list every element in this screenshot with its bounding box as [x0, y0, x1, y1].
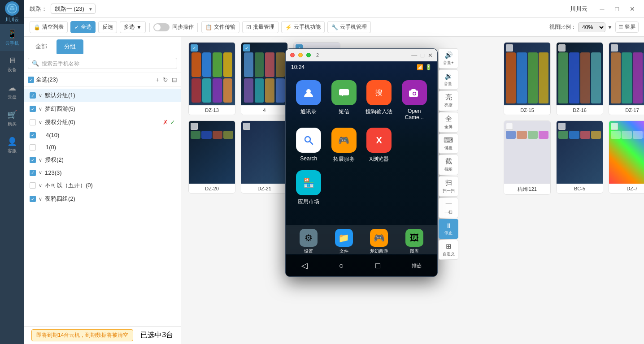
refresh-button[interactable]: ↻: [163, 76, 168, 83]
sidebar-item-buy[interactable]: 🛒 购买: [0, 105, 24, 132]
phone-checkbox[interactable]: [243, 123, 250, 130]
app-market[interactable]: 🏪 应用市场: [295, 170, 323, 206]
group-checkbox[interactable]: ✓: [30, 170, 36, 176]
app-contacts[interactable]: 通讯录: [295, 80, 323, 120]
group-checkbox[interactable]: ✓: [30, 106, 36, 112]
list-item[interactable]: ✓ ∨ 授权(2): [24, 153, 181, 167]
window-maximize[interactable]: □: [612, 5, 622, 13]
sidebar-item-cloud-disk[interactable]: ☁ 云盘: [0, 78, 24, 105]
invert-button[interactable]: 反选: [98, 21, 117, 33]
app-sogou[interactable]: 搜 搜狗输入法: [365, 80, 393, 120]
nav-extra-button[interactable]: 排迹: [403, 260, 431, 272]
search-input[interactable]: [42, 60, 173, 67]
nav-home-button[interactable]: ○: [330, 258, 353, 273]
window-expand-icon[interactable]: □: [421, 52, 424, 59]
list-item[interactable]: ✓ ∨ 123(3): [24, 167, 181, 179]
group-checkbox[interactable]: ✓: [30, 157, 36, 163]
app-search[interactable]: Search: [295, 128, 323, 163]
dock-gallery[interactable]: 🖼 图库: [399, 229, 431, 254]
phone-card-4[interactable]: ✓: [241, 42, 288, 115]
batch-icon: ☑: [246, 24, 251, 30]
nav-recents-button[interactable]: □: [366, 258, 389, 273]
add-group-button[interactable]: +: [156, 76, 159, 83]
phone-checkbox[interactable]: [611, 123, 618, 130]
phone-card-dz15[interactable]: DZ-15: [504, 42, 551, 115]
ratio-select[interactable]: 40% 60% 80% 100%: [578, 22, 605, 32]
select-all-checkbox[interactable]: ✓: [28, 77, 34, 83]
dock-files[interactable]: 📁 文件: [328, 229, 360, 254]
list-item[interactable]: ✓ ∨ 夜鸦四组(2): [24, 192, 181, 206]
window-minimize[interactable]: ─: [596, 5, 608, 13]
group-checkbox[interactable]: [30, 119, 36, 125]
dock-settings[interactable]: ⚙ 设置: [293, 229, 325, 254]
window-restore-icon[interactable]: —: [411, 52, 417, 59]
phone-card-dz17[interactable]: DZ-17: [609, 42, 644, 115]
big-phone-modal[interactable]: 2 — □ ✕ 10:24 📶: [285, 48, 438, 277]
batch-manage-button[interactable]: ☑ 批量管理: [242, 21, 278, 33]
group-checkbox[interactable]: ✓: [30, 196, 36, 202]
search-input-wrap: 🔍: [28, 58, 177, 69]
split-screen-button[interactable]: ☰ 竖屏: [615, 22, 639, 33]
select-all-button[interactable]: ✓ 全选: [70, 21, 96, 33]
phone-checkbox[interactable]: ✓: [191, 44, 198, 52]
sidebar-item-support[interactable]: 👤 客服: [0, 132, 24, 159]
nav-back-button[interactable]: ◁: [292, 258, 317, 273]
list-item[interactable]: ✓ ∨ 梦幻西游(5): [24, 102, 181, 116]
window-close-x-icon[interactable]: ✕: [428, 52, 433, 59]
group-checkbox[interactable]: [30, 144, 36, 150]
confirm-icon[interactable]: ✓: [170, 119, 175, 126]
gallery-icon: 🖼: [405, 229, 423, 247]
status-bar: 10:24 📶 🔋: [286, 61, 437, 73]
app-browser[interactable]: X X浏览器: [365, 128, 393, 163]
list-item[interactable]: ∨ 不可以（五开）(0): [24, 179, 181, 192]
file-transfer-button[interactable]: 📋 文件传输: [201, 21, 239, 33]
cloud-phone-func-button[interactable]: ⚡ 云手机功能: [281, 21, 325, 33]
line-selector[interactable]: 线路一 (23) ▼: [51, 4, 96, 14]
phone-checkbox[interactable]: [558, 123, 566, 130]
window-max-btn[interactable]: [306, 53, 311, 57]
phone-card-hz[interactable]: 杭州i121: [504, 120, 551, 195]
group-checkbox[interactable]: ✓: [30, 92, 36, 99]
window-close-btn[interactable]: [290, 53, 295, 57]
collapse-button[interactable]: ⊟: [172, 76, 177, 83]
window-min-btn[interactable]: [298, 53, 303, 57]
phone-screen: [504, 121, 550, 184]
sidebar-item-cloud-phone[interactable]: 📱 云手机: [0, 24, 24, 51]
sync-toggle-switch[interactable]: [153, 23, 170, 31]
group-checkbox[interactable]: ✓: [30, 132, 36, 138]
phone-card-dz21[interactable]: DZ-21: [241, 120, 288, 194]
app-extension[interactable]: 🎮 拓展服务: [330, 128, 358, 163]
tab-all[interactable]: 全部: [28, 39, 55, 54]
phone-card-dz7[interactable]: DZ-7: [609, 120, 644, 194]
phone-checkbox[interactable]: [611, 44, 618, 52]
app-camera[interactable]: Open Came...: [400, 80, 429, 120]
clear-list-button[interactable]: 🔒 清空列表: [30, 21, 68, 33]
phone-checkbox[interactable]: [506, 123, 513, 130]
phone-screen: [557, 43, 603, 105]
phone-checkbox[interactable]: [558, 44, 566, 52]
group-name: 4(10): [46, 132, 175, 138]
list-item[interactable]: ✓ ∨ 默认分组(1): [24, 89, 181, 102]
phone-checkbox[interactable]: ✓: [243, 44, 250, 52]
phone-checkbox[interactable]: [191, 123, 198, 130]
phone-card-dz13[interactable]: ✓: [188, 42, 235, 115]
app-sms[interactable]: 短信: [330, 80, 358, 120]
phone-card-dz20[interactable]: DZ-20: [188, 120, 235, 194]
select-all-group[interactable]: ✓ 全选(23): [28, 76, 153, 84]
list-item[interactable]: ✓ 4(10): [24, 129, 181, 141]
cloud-phone-manage-button[interactable]: 🔧 云手机管理: [327, 21, 371, 33]
phone-card-dz16[interactable]: DZ-16: [556, 42, 603, 115]
tab-group[interactable]: 分组: [57, 39, 83, 54]
group-checkbox[interactable]: [30, 182, 36, 189]
window-close[interactable]: ✕: [626, 5, 639, 13]
reject-icon[interactable]: ✗: [163, 119, 168, 126]
list-item[interactable]: ∨ 授权分组(0) ✗ ✓: [24, 116, 181, 129]
app-logo: 川川云: [0, 0, 24, 24]
line-select[interactable]: 线路一 (23): [51, 4, 96, 14]
phone-checkbox[interactable]: [506, 44, 513, 52]
sidebar-item-device[interactable]: 🖥 设备: [0, 51, 24, 78]
multi-select-button[interactable]: 多选 ▼: [120, 21, 146, 33]
phone-card-bc5[interactable]: BC-5: [556, 120, 603, 194]
list-item[interactable]: 1(0): [24, 141, 181, 153]
dock-game[interactable]: 🎮 梦幻西游: [363, 229, 395, 254]
